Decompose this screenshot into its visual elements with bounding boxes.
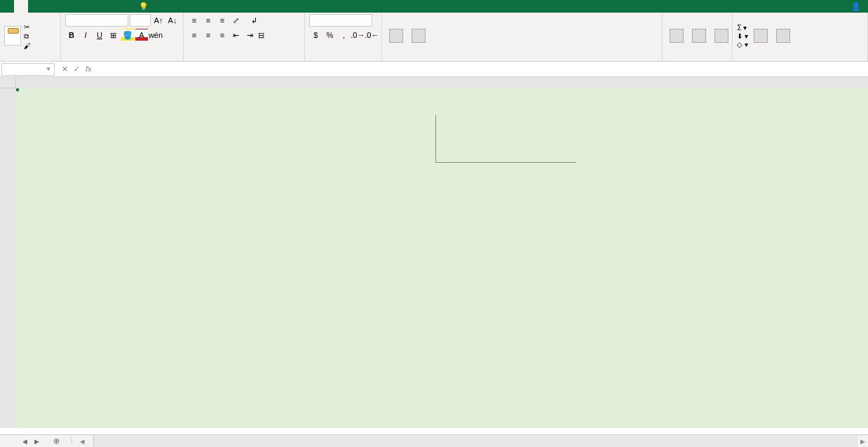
- percent-button[interactable]: %: [323, 29, 336, 41]
- align-right-button[interactable]: ≡: [216, 29, 229, 41]
- lightbulb-icon: 💡: [139, 2, 149, 11]
- sort-filter-button[interactable]: [751, 27, 771, 46]
- formula-input[interactable]: [97, 63, 868, 76]
- cell-selection: [16, 88, 19, 91]
- ribbon-tabs: 💡 👤: [0, 0, 868, 13]
- tab-data[interactable]: [70, 0, 84, 13]
- chevron-down-icon: ▼: [46, 66, 51, 72]
- paste-button[interactable]: [4, 26, 21, 46]
- insert-cells-button[interactable]: [667, 27, 686, 46]
- fill-color-button[interactable]: 🪣: [121, 29, 134, 41]
- conditional-formatting-button[interactable]: [386, 27, 406, 46]
- tab-page-layout[interactable]: [42, 0, 56, 13]
- horizontal-scrollbar[interactable]: [93, 435, 857, 447]
- grid: [0, 77, 868, 428]
- new-sheet-button[interactable]: ⊕: [48, 436, 65, 446]
- fill-button[interactable]: ⬇ ▾: [737, 32, 748, 40]
- delete-cells-button[interactable]: [689, 27, 709, 46]
- decrease-font-button[interactable]: A↓: [166, 14, 179, 27]
- number-label: [309, 58, 377, 60]
- embedded-bar-chart[interactable]: [410, 115, 585, 171]
- share-button[interactable]: 👤: [844, 0, 868, 13]
- wrap-text-button[interactable]: ↲: [251, 16, 259, 25]
- editing-group: Σ ▾ ⬇ ▾ ◇ ▾: [733, 13, 868, 61]
- name-box[interactable]: ▼: [1, 63, 55, 76]
- tab-formulas[interactable]: [56, 0, 70, 13]
- decrease-decimal-button[interactable]: .0←: [365, 29, 378, 41]
- font-label: [65, 58, 179, 60]
- paste-icon: [4, 26, 21, 46]
- phonetic-button[interactable]: wén: [149, 29, 162, 41]
- brush-icon: 🖌: [24, 42, 31, 50]
- format-painter-button[interactable]: 🖌: [24, 42, 32, 50]
- align-middle-button[interactable]: ≡: [202, 14, 215, 27]
- comma-button[interactable]: ,: [337, 29, 350, 41]
- tab-view[interactable]: [98, 0, 112, 13]
- alignment-label: [188, 58, 300, 60]
- bold-button[interactable]: B: [65, 29, 78, 41]
- styles-label: [386, 58, 658, 60]
- number-group: $ % , .0→ .0←: [305, 13, 382, 61]
- tab-insert[interactable]: [28, 0, 42, 13]
- styles-group: [382, 13, 663, 61]
- font-size-select[interactable]: [130, 14, 151, 27]
- increase-decimal-button[interactable]: .0→: [351, 29, 364, 41]
- cond-format-icon: [389, 29, 403, 43]
- format-as-table-button[interactable]: [409, 27, 428, 46]
- sigma-icon: Σ: [737, 24, 741, 32]
- underline-button[interactable]: U: [93, 29, 106, 41]
- sort-icon: [754, 29, 768, 43]
- sheet-nav-next[interactable]: ►: [33, 437, 41, 446]
- autosum-button[interactable]: Σ ▾: [737, 24, 748, 32]
- align-top-button[interactable]: ≡: [188, 14, 201, 27]
- select-all-corner[interactable]: [0, 77, 16, 88]
- fill-icon: ⬇: [737, 32, 742, 40]
- cell-styles-gallery[interactable]: [431, 23, 637, 50]
- italic-button[interactable]: I: [79, 29, 92, 41]
- align-center-button[interactable]: ≡: [202, 29, 215, 41]
- delete-icon: [692, 29, 706, 43]
- align-bottom-button[interactable]: ≡: [216, 14, 229, 27]
- orientation-button[interactable]: ⤢: [230, 14, 243, 27]
- number-format-select[interactable]: [309, 14, 372, 27]
- clear-button[interactable]: ◇ ▾: [737, 41, 748, 48]
- formula-bar: ▼ ✕ ✓ fx: [0, 62, 868, 77]
- sheet-tab-bar: ◄ ► ⊕ ⋮ ◄ ►: [0, 434, 868, 447]
- cancel-formula-button[interactable]: ✕: [62, 65, 68, 74]
- find-select-button[interactable]: [773, 27, 793, 46]
- indent-increase-button[interactable]: ⇥: [244, 29, 257, 41]
- sheet-nav-prev[interactable]: ◄: [21, 437, 29, 446]
- merge-center-button[interactable]: ⊟: [258, 31, 266, 40]
- wrap-icon: ↲: [251, 16, 257, 25]
- insert-function-button[interactable]: fx: [86, 65, 92, 74]
- tab-review[interactable]: [84, 0, 98, 13]
- clipboard-label: [4, 58, 56, 60]
- format-cells-button[interactable]: [712, 27, 731, 46]
- accounting-button[interactable]: $: [309, 29, 322, 41]
- chart-plot-area: [435, 115, 576, 163]
- border-button[interactable]: ⊞: [107, 29, 120, 41]
- increase-font-button[interactable]: A↑: [152, 14, 165, 27]
- font-color-button[interactable]: A: [135, 29, 148, 41]
- scissors-icon: ✂: [24, 23, 29, 31]
- font-name-select[interactable]: [65, 14, 128, 27]
- insert-icon: [670, 29, 684, 43]
- tab-home[interactable]: [14, 0, 28, 13]
- find-icon: [776, 29, 790, 43]
- copy-icon: ⧉: [24, 32, 29, 41]
- enter-formula-button[interactable]: ✓: [74, 65, 80, 74]
- cells-label: [667, 58, 728, 60]
- copy-button[interactable]: ⧉: [24, 32, 32, 41]
- grid-body[interactable]: [16, 77, 868, 428]
- column-headers: [16, 77, 868, 88]
- row-headers: [0, 77, 16, 428]
- tab-file[interactable]: [0, 0, 14, 13]
- indent-decrease-button[interactable]: ⇤: [230, 29, 243, 41]
- tell-me-search[interactable]: 💡: [132, 0, 158, 13]
- cut-button[interactable]: ✂: [24, 23, 32, 31]
- align-left-button[interactable]: ≡: [188, 29, 201, 41]
- eraser-icon: ◇: [737, 41, 742, 48]
- merge-icon: ⊟: [258, 31, 264, 40]
- font-group: A↑ A↓ B I U ⊞ 🪣 A wén: [61, 13, 184, 61]
- tab-help[interactable]: [112, 0, 126, 13]
